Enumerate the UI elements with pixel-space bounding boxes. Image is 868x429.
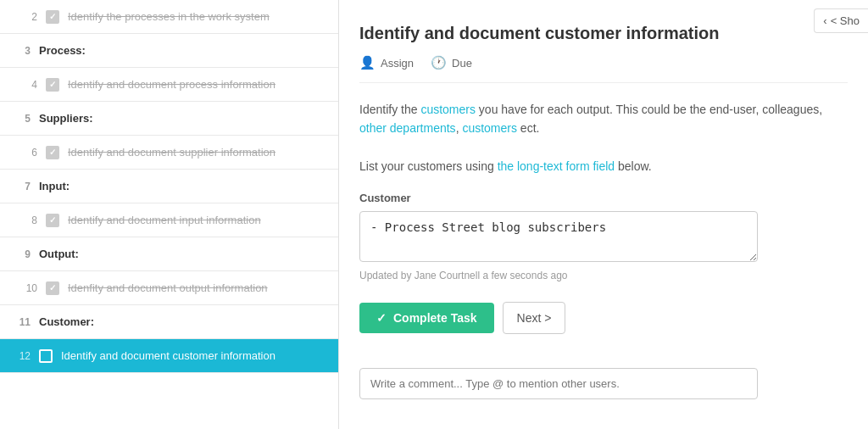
task-checkbox[interactable] xyxy=(46,281,59,295)
row-number: 2 xyxy=(17,11,37,23)
task-list: 2 Identify the processes in the work sys… xyxy=(0,0,339,429)
row-number: 3 xyxy=(10,45,31,57)
due-date-button[interactable]: 🕐 Due xyxy=(431,55,472,70)
long-text-link[interactable]: the long-text form field xyxy=(498,159,615,173)
customers-link2[interactable]: customers xyxy=(462,121,517,135)
section-label: Suppliers: xyxy=(39,112,93,125)
task-checkbox[interactable] xyxy=(46,78,59,92)
section-header: 3 Process: xyxy=(0,34,338,68)
complete-task-button[interactable]: Complete Task xyxy=(359,303,494,333)
section-label: Output: xyxy=(39,248,79,260)
list-item[interactable]: 8 Identify and document input informatio… xyxy=(0,203,338,237)
field-updated-text: Updated by Jane Courtnell a few seconds … xyxy=(359,270,848,281)
task-checkbox[interactable] xyxy=(39,349,53,363)
task-label: Identify and document customer informati… xyxy=(61,349,275,362)
list-item[interactable]: 6 Identify and document supplier informa… xyxy=(0,136,338,170)
customers-link[interactable]: customers xyxy=(420,103,476,116)
row-number: 4 xyxy=(17,79,37,91)
row-number: 10 xyxy=(17,282,37,294)
task-detail-panel: ‹ < Sho Identify and document customer i… xyxy=(339,0,868,429)
list-item[interactable]: 4 Identify and document process informat… xyxy=(0,68,338,102)
section-label: Input: xyxy=(39,180,70,192)
list-item-active[interactable]: 12 Identify and document customer inform… xyxy=(0,339,338,373)
row-number: 11 xyxy=(10,316,31,328)
task-label: Idenfity and document output information xyxy=(68,281,268,294)
list-item[interactable]: 2 Identify the processes in the work sys… xyxy=(0,0,338,34)
show-button-label: < Sho xyxy=(831,14,860,27)
section-header: 5 Suppliers: xyxy=(0,102,338,136)
task-checkbox[interactable] xyxy=(46,146,59,159)
customer-field-label: Customer xyxy=(359,192,848,204)
next-button-label: Next > xyxy=(517,311,552,325)
task-actions: Complete Task Next > xyxy=(359,302,848,334)
task-meta: 👤 Assign 🕐 Due xyxy=(359,55,848,83)
section-header: 7 Input: xyxy=(0,170,338,203)
complete-task-label: Complete Task xyxy=(393,311,477,325)
user-icon: 👤 xyxy=(359,55,376,70)
chevron-left-icon: ‹ xyxy=(823,14,826,27)
customer-field-section: Customer - Process Street blog subscribe… xyxy=(359,192,848,281)
other-departments-link[interactable]: other departments xyxy=(359,121,456,135)
task-description: Identify the customers you have for each… xyxy=(359,100,848,176)
list-item[interactable]: 10 Idenfity and document output informat… xyxy=(0,271,338,305)
task-label: Identify the processes in the work syste… xyxy=(68,10,270,23)
customer-field-input[interactable]: - Process Street blog subscribers xyxy=(359,211,758,262)
clock-icon: 🕐 xyxy=(431,55,447,70)
section-label: Process: xyxy=(39,44,86,57)
assign-label: Assign xyxy=(381,57,414,70)
show-hide-button[interactable]: ‹ < Sho xyxy=(814,8,868,33)
row-number: 8 xyxy=(17,214,37,226)
section-label: Customer: xyxy=(39,315,94,328)
task-checkbox[interactable] xyxy=(46,10,59,24)
next-button[interactable]: Next > xyxy=(503,302,566,334)
task-label: Identify and document supplier informati… xyxy=(68,146,275,159)
comment-input[interactable] xyxy=(359,368,758,399)
row-number: 6 xyxy=(17,147,37,159)
task-checkbox[interactable] xyxy=(46,214,59,227)
section-header: 11 Customer: xyxy=(0,305,338,339)
comment-section xyxy=(359,368,758,399)
task-title: Identify and document customer informati… xyxy=(359,24,848,43)
task-label: Identify and document input information xyxy=(68,214,261,226)
due-label: Due xyxy=(452,57,472,70)
task-label: Identify and document process informatio… xyxy=(68,78,275,91)
row-number: 9 xyxy=(10,248,31,260)
row-number: 5 xyxy=(10,113,31,125)
section-header: 9 Output: xyxy=(0,237,338,271)
row-number: 7 xyxy=(10,181,31,192)
assign-button[interactable]: 👤 Assign xyxy=(359,55,414,70)
row-number: 12 xyxy=(10,350,31,362)
